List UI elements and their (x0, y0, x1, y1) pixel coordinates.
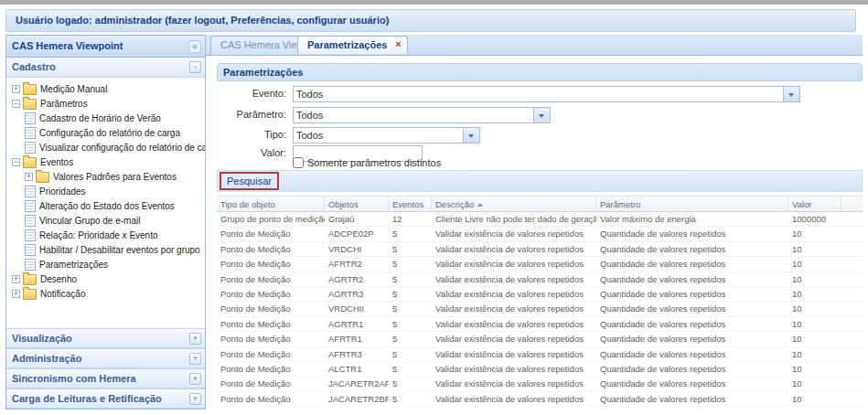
expand-section-icon[interactable]: + (189, 353, 201, 365)
logout-link[interactable]: fazer logout (168, 15, 225, 26)
dropdown-arrow-icon[interactable] (783, 87, 799, 101)
accordion-section-cadastro[interactable]: Cadastro - (6, 58, 205, 78)
tree-item-icon (36, 172, 49, 183)
accordion-collapsed-sections: Visualização + Administração + Sincronis… (6, 328, 205, 409)
cell-parametro: Quantidade de valores repetidos (596, 332, 788, 346)
evento-combobox[interactable]: Todos (293, 86, 800, 102)
tree-item-icon (25, 200, 36, 212)
tree-item[interactable]: Vincular Grupo de e-mail (6, 213, 205, 228)
table-row[interactable]: Ponto de Medição VRDCHII 5 Validar exist… (217, 302, 863, 316)
table-row[interactable]: Ponto de Medição JACARETR2BP 5 Validar e… (217, 392, 863, 407)
section-label: Sincronismo com Hemera (12, 373, 136, 384)
configure-user-link[interactable]: configurar usuário (297, 15, 386, 26)
grid-header: Tipo de objeto Objetos Eventos Descrição… (217, 196, 863, 212)
cell-eventos: 5 (389, 242, 432, 256)
accordion-section[interactable]: Visualização + (6, 328, 205, 348)
cell-descricao: Validar existência de valores repetidos (432, 377, 596, 390)
cell-valor: 10 (788, 227, 841, 240)
cell-eventos: 5 (389, 347, 432, 361)
cell-valor: 10 (788, 302, 841, 315)
tree-item[interactable]: Prioridades (6, 184, 205, 198)
table-row[interactable]: Ponto de Medição AFRTR3 5 Validar existê… (217, 347, 863, 362)
tree-item[interactable]: Visualizar configuração do relatório de … (6, 140, 205, 154)
tree-item[interactable]: Valores Padrões para Eventos (6, 169, 205, 184)
search-button[interactable]: Pesquisar (221, 174, 277, 188)
cell-tipo-de-objeto: Ponto de Medição (217, 302, 325, 315)
tree-item-icon (25, 127, 36, 139)
dropdown-arrow-icon[interactable] (463, 128, 479, 143)
close-tab-icon[interactable]: × (392, 39, 403, 50)
cell-filler (841, 302, 863, 315)
tab-parametrizacoes[interactable]: Parametrizações × (297, 36, 408, 54)
collapse-sidebar-icon[interactable]: « (188, 40, 201, 53)
tree-item-label: Visualizar configuração do relatório de … (39, 143, 205, 153)
section-label: Cadastro (12, 61, 56, 72)
tree-item[interactable]: Configuração do relatório de carga (6, 125, 205, 140)
section-label: Carga de Leituras e Retificação (12, 393, 162, 404)
table-row[interactable]: Ponto de Medição ADCPE02P 5 Validar exis… (217, 227, 863, 241)
column-header-filler (841, 197, 863, 211)
cell-valor: 10 (788, 317, 841, 331)
tree-item[interactable]: Notificação (6, 286, 205, 301)
expand-toggle-icon[interactable] (12, 290, 20, 298)
logged-user-label: Usuário logado: administrador ( (16, 15, 168, 26)
cell-objetos: JACARETR2BP (325, 392, 389, 406)
cell-eventos: 5 (389, 377, 432, 390)
parametro-combobox[interactable]: Todos (293, 107, 551, 123)
column-header-objetos[interactable]: Objetos (325, 197, 389, 211)
expand-section-icon[interactable]: + (189, 373, 201, 385)
tree-item[interactable]: Desenho (6, 271, 205, 286)
tree-item[interactable]: Habilitar / Desabilitar eventos por grup… (6, 242, 205, 257)
column-header-valor[interactable]: Valor (788, 197, 841, 211)
cell-descricao: Validar existência de valores repetidos (432, 317, 596, 331)
table-row[interactable]: Ponto de Medição AGRTR2 5 Validar existê… (217, 272, 863, 287)
cell-parametro: Quantidade de valores repetidos (596, 242, 788, 256)
evento-label: Evento: (206, 88, 286, 99)
tree-item[interactable]: Parâmetros (6, 96, 205, 111)
cell-valor: 10 (788, 377, 841, 390)
table-row[interactable]: Ponto de Medição JACARETR2AP 5 Validar e… (217, 377, 863, 391)
tree-item[interactable]: Eventos (6, 154, 205, 169)
dropdown-arrow-icon[interactable] (533, 108, 550, 122)
expand-section-icon[interactable]: + (189, 393, 201, 405)
column-header-parametro[interactable]: Parâmetro (596, 197, 788, 211)
expand-toggle-icon[interactable] (25, 173, 33, 181)
tree-item[interactable]: Cadastro de Horário de Verão (6, 111, 205, 125)
cell-tipo-de-objeto: Ponto de Medição (217, 287, 325, 301)
cell-eventos: 12 (389, 212, 432, 226)
expand-toggle-icon[interactable] (12, 100, 20, 108)
table-row[interactable]: Grupo de ponto de medição Grajaú 12 Clie… (217, 212, 863, 227)
accordion-section[interactable]: Sincronismo com Hemera + (6, 368, 205, 388)
tree-item-icon (25, 259, 36, 271)
cell-eventos: 5 (389, 257, 432, 271)
cell-objetos: AGRTR1 (325, 317, 389, 331)
collapse-section-icon[interactable]: - (189, 61, 201, 73)
cell-parametro: Quantidade de valores repetidos (596, 377, 788, 390)
evento-value: Todos (294, 87, 783, 101)
tree-item-icon (23, 274, 37, 285)
expand-toggle-icon[interactable] (12, 85, 20, 93)
table-row[interactable]: Ponto de Medição ALCTR1 5 Validar existê… (217, 362, 863, 377)
expand-toggle-icon[interactable] (12, 158, 20, 166)
tree-item[interactable]: Medição Manual (6, 81, 205, 96)
tree-item-label: Prioridades (39, 186, 86, 197)
expand-section-icon[interactable]: + (189, 333, 201, 345)
table-row[interactable]: Ponto de Medição AFRTR1 5 Validar existê… (217, 332, 863, 346)
preferences-link[interactable]: Preferências (230, 15, 291, 26)
tipo-combobox[interactable]: Todos (293, 127, 480, 144)
expand-toggle-icon[interactable] (12, 275, 20, 283)
column-header-descricao[interactable]: Descrição (432, 197, 596, 211)
tree-item[interactable]: Relação: Prioridade x Evento (6, 228, 205, 242)
accordion-section[interactable]: Carga de Leituras e Retificação + (6, 388, 205, 409)
cell-objetos: AFRTR3 (325, 347, 389, 361)
tree-item[interactable]: Parametrizações (6, 257, 205, 271)
table-row[interactable]: Ponto de Medição AGRTR3 5 Validar existê… (217, 287, 863, 302)
tree-item[interactable]: Alteração do Estado dos Eventos (6, 198, 205, 213)
table-row[interactable]: Ponto de Medição AFRTR2 5 Validar existê… (217, 257, 863, 271)
column-header-eventos[interactable]: Eventos (389, 197, 432, 211)
distinct-params-checkbox[interactable] (293, 157, 304, 168)
accordion-section[interactable]: Administração + (6, 348, 205, 368)
table-row[interactable]: Ponto de Medição AGRTR1 5 Validar existê… (217, 317, 863, 332)
table-row[interactable]: Ponto de Medição VRDCHI 5 Validar existê… (217, 242, 863, 257)
column-header-tipo-de-objeto[interactable]: Tipo de objeto (217, 197, 325, 211)
